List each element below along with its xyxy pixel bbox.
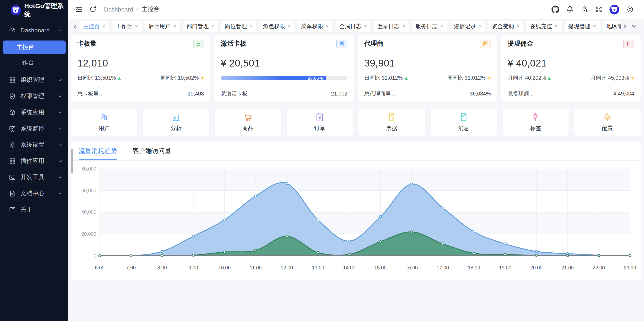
sidebar-item-权限管理[interactable]: 权限管理 [0, 88, 68, 104]
shortcut-用户[interactable]: 用户 [71, 109, 137, 135]
fullscreen-icon[interactable] [595, 6, 603, 13]
shortcut-商品[interactable]: 商品 [215, 109, 281, 135]
page-tab-短信记录[interactable]: 短信记录✕ [450, 21, 485, 32]
tab-close-icon[interactable]: ✕ [364, 24, 367, 28]
header-actions [552, 4, 644, 14]
sidebar-item-组织管理[interactable]: 组织管理 [0, 72, 68, 88]
tab-close-icon[interactable]: ✕ [102, 24, 106, 28]
svg-text:10:00: 10:00 [218, 265, 230, 270]
tab-label: 工作台 [116, 22, 132, 30]
lock-icon[interactable] [580, 6, 588, 13]
svg-text:80,000: 80,000 [81, 166, 96, 171]
tab-close-icon[interactable]: ✕ [173, 24, 176, 28]
shortcut-分析[interactable]: 分析 [143, 109, 209, 135]
settings-gear-icon[interactable] [626, 6, 634, 13]
page-tab-地区编码[interactable]: 地区编码✕ [603, 21, 620, 32]
page-tab-在线充值[interactable]: 在线充值✕ [526, 21, 561, 32]
page-tab-后台用户[interactable]: 后台用户✕ [145, 21, 180, 32]
chart-tabs: 流量消耗趋势 客户端访问量 [71, 141, 640, 160]
sidebar-item-主控台[interactable]: 主控台 [3, 40, 66, 54]
page-tab-资金变动[interactable]: 资金变动✕ [488, 21, 523, 32]
svg-text:19:00: 19:00 [499, 265, 511, 270]
tab-close-icon[interactable]: ✕ [478, 24, 482, 28]
doc-icon [9, 190, 16, 197]
menu-collapse-icon[interactable] [75, 6, 83, 13]
bell-icon[interactable] [566, 6, 574, 13]
tab-close-icon[interactable]: ✕ [211, 24, 214, 28]
sidebar-item-label: 系统设置 [20, 141, 58, 149]
chevron-down-icon [58, 143, 62, 147]
compare-left: 月同比 40,202% [508, 74, 551, 82]
chevron-down-icon [58, 110, 62, 115]
page-tab-全局日志[interactable]: 全局日志✕ [336, 21, 370, 32]
shortcut-消息[interactable]: 消息 [430, 109, 497, 135]
tab-close-icon[interactable]: ✕ [249, 24, 252, 28]
page-tab-岗位管理[interactable]: 岗位管理✕ [221, 21, 256, 32]
page-tab-主控台[interactable]: 主控台✕ [80, 21, 109, 32]
sidebar-item-系统设置[interactable]: 系统设置 [0, 137, 68, 153]
page-tab-角色权限[interactable]: 角色权限✕ [259, 21, 294, 32]
app-logo[interactable]: HotGo管理系统 [0, 0, 68, 20]
tab-label: 服务日志 [416, 22, 438, 30]
shortcut-标签[interactable]: 标签 [502, 109, 568, 135]
hotgo-admin-app: HotGo管理系统 Dashboard主控台工作台组织管理权限管理系统应用系统监… [0, 0, 644, 321]
tab-label: 岗位管理 [224, 22, 247, 30]
compare-label: 月同比 40,202% [508, 74, 546, 82]
svg-text:40,000: 40,000 [81, 209, 96, 215]
sidebar-item-系统应用[interactable]: 系统应用 [0, 104, 68, 121]
tab-close-icon[interactable]: ✕ [326, 24, 329, 28]
sidebar-item-插件应用[interactable]: 插件应用 [0, 153, 68, 169]
stat-card-title: 卡板量 [77, 40, 96, 48]
tab-close-icon[interactable]: ✕ [402, 24, 405, 28]
chevron-down-icon [58, 159, 62, 163]
terminal-icon [9, 174, 16, 181]
tab-close-icon[interactable]: ✕ [555, 24, 558, 28]
compare-label: 周同比 10,502% [160, 74, 199, 82]
sidebar-item-Dashboard[interactable]: Dashboard [0, 22, 68, 38]
user-avatar[interactable] [610, 4, 619, 14]
tab-close-icon[interactable]: ✕ [440, 24, 444, 28]
sidebar-item-label: 文档中心 [20, 190, 58, 197]
stat-card-value: 39,901 [364, 57, 491, 69]
period-badge: 周 [336, 40, 347, 48]
tab-close-icon[interactable]: ✕ [516, 24, 520, 28]
tabs-scroll-left-icon[interactable] [71, 21, 78, 32]
tab-label: 后台用户 [148, 22, 170, 30]
tab-close-icon[interactable]: ✕ [135, 24, 138, 28]
tab-label: 全局日志 [339, 22, 362, 30]
gear-icon [9, 142, 16, 148]
tabs-dropdown-icon[interactable] [631, 21, 638, 32]
progress-percent-label: 83.66% [308, 76, 323, 80]
page-tab-部门管理[interactable]: 部门管理✕ [183, 21, 218, 32]
shortcut-订单[interactable]: 订单 [286, 109, 353, 135]
sidebar-item-文档中心[interactable]: 文档中心 [0, 186, 68, 202]
refresh-icon[interactable] [89, 6, 97, 13]
dashboard-content: 卡板量日12,010日同比 13,501%周同比 10,502%总卡板量：10,… [68, 34, 644, 280]
tab-label: 资金变动 [492, 22, 514, 30]
tab-client-visits[interactable]: 客户端访问量 [133, 147, 171, 160]
tab-close-icon[interactable]: ✕ [593, 24, 596, 28]
github-icon[interactable] [552, 6, 559, 13]
shortcut-label: 配置 [602, 124, 613, 132]
sidebar-item-系统监控[interactable]: 系统监控 [0, 121, 68, 137]
page-tab-登录日志[interactable]: 登录日志✕ [374, 21, 409, 32]
page-tab-提现管理[interactable]: 提现管理✕ [565, 21, 600, 32]
page-tab-服务日志[interactable]: 服务日志✕ [412, 21, 447, 32]
shortcut-票据[interactable]: 票据 [359, 109, 425, 135]
tab-close-icon[interactable]: ✕ [288, 24, 291, 28]
sidebar-item-关于[interactable]: 关于 [0, 202, 68, 218]
sidebar-item-开发工具[interactable]: 开发工具 [0, 169, 68, 186]
svg-text:21:00: 21:00 [561, 265, 574, 270]
tab-traffic-trend[interactable]: 流量消耗趋势 [79, 147, 117, 160]
content-scrollbar-thumb[interactable] [71, 149, 73, 173]
top-header: Dashboard / 主控台 [68, 0, 644, 19]
page-tab-工作台[interactable]: 工作台✕ [112, 21, 142, 32]
sidebar-item-工作台[interactable]: 工作台 [0, 56, 68, 69]
grid-icon [9, 77, 16, 84]
page-tab-菜单权限[interactable]: 菜单权限✕ [298, 21, 332, 32]
shortcut-label: 标签 [530, 124, 541, 132]
shortcut-配置[interactable]: 配置 [574, 109, 640, 135]
compare-label: 月同比 45,003% [590, 74, 629, 82]
tabs-scroll-right-icon[interactable] [622, 21, 628, 32]
breadcrumb-dashboard[interactable]: Dashboard [104, 6, 133, 13]
